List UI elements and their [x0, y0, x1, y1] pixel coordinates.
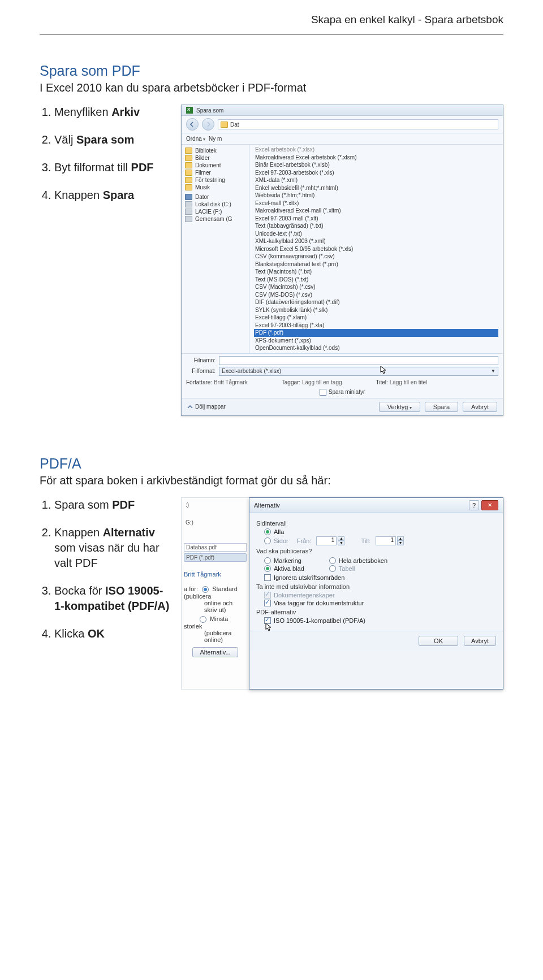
format-item[interactable]: Excel-arbetsbok (*.xlsx) [254, 146, 498, 154]
back-button[interactable] [186, 118, 199, 131]
format-item-selected[interactable]: PDF (*.pdf) [254, 329, 498, 337]
nav-row: Dat [182, 116, 503, 133]
step-item: Knappen Alternativ som visas när du har … [54, 525, 170, 571]
folder-icon [185, 184, 192, 190]
steps-list: Menyfliken Arkiv Välj Spara som Byt filf… [40, 105, 170, 203]
format-item[interactable]: CSV (Macintosh) (*.csv) [254, 283, 498, 291]
location-text: Dat [230, 122, 239, 128]
bg-author: Britt Tågmark [184, 571, 247, 578]
drive-icon [185, 201, 192, 207]
format-item[interactable]: XML-kalkylblad 2003 (*.xml) [254, 237, 498, 245]
step-item: Menyfliken Arkiv [54, 105, 170, 120]
radio-min-size[interactable] [200, 616, 206, 623]
format-item[interactable]: CSV (MS-DOS) (*.csv) [254, 291, 498, 299]
section-intro: För att spara boken i arkivbeständigt fo… [40, 474, 503, 487]
format-item[interactable]: Blankstegsformaterad text (*.prn) [254, 261, 498, 268]
radio-standard[interactable] [202, 586, 209, 593]
radio-pages-label: Sidor [274, 537, 288, 544]
format-item[interactable]: Excel 97-2003-tillägg (*.xla) [254, 322, 498, 329]
organize-button[interactable]: Ordna [186, 136, 205, 142]
cursor-icon [380, 366, 387, 375]
format-item[interactable]: Webbsida (*.htm;*.html) [254, 192, 498, 200]
format-item[interactable]: OpenDocument-kalkylblad (*.ods) [254, 344, 498, 352]
format-item[interactable]: CSV (kommaavgränsad) (*.csv) [254, 253, 498, 261]
chk-ignore-print-areas[interactable] [264, 574, 271, 581]
step-item: Spara som PDF [54, 497, 170, 513]
help-button[interactable]: ? [469, 500, 479, 510]
from-spinner[interactable]: 1 ▲▼ [316, 536, 344, 545]
group-nonprint: Ta inte med utskrivbar information [256, 583, 496, 590]
excel-icon [186, 107, 193, 114]
format-item[interactable]: Excel-mall (*.xltx) [254, 200, 498, 207]
section-pdfa: PDF/A För att spara boken i arkivbeständ… [40, 456, 503, 690]
format-item[interactable]: DIF (dataöverföringsformat) (*.dif) [254, 298, 498, 306]
alternativ-dialog: Alternativ ? ✕ Sidintervall Alla [249, 497, 503, 690]
group-publish: Vad ska publiceras? [256, 548, 496, 554]
format-item[interactable]: Excel 97-2003-mall (*.xlt) [254, 215, 498, 223]
to-spinner[interactable]: 1 ▲▼ [376, 536, 404, 545]
sidebar-tree[interactable]: Bibliotek Bilder Dokument Filmer För tes… [182, 145, 249, 353]
close-button[interactable]: ✕ [481, 500, 498, 510]
top-rule [40, 34, 503, 34]
format-item[interactable]: Excel-tillägg (*.xlam) [254, 314, 498, 322]
filename-input[interactable] [219, 356, 498, 365]
format-item[interactable]: Binär Excel-arbetsbok (*.xlsb) [254, 161, 498, 169]
steps-column: Spara som PDF Knappen Alternativ som vis… [40, 497, 170, 654]
radio-selection[interactable] [264, 557, 271, 564]
format-item[interactable]: Text (Macintosh) (*.txt) [254, 268, 498, 276]
dialog-titlebar: Spara som [182, 105, 503, 116]
dialog-footer: Dölj mappar Verktyg Spara Avbryt [182, 398, 503, 415]
format-item[interactable]: Makroaktiverad Excel-arbetsbok (*.xlsm) [254, 154, 498, 162]
sidebar-item: Dator [183, 193, 248, 201]
cancel-button[interactable]: Avbryt [463, 402, 497, 412]
folder-icon [185, 162, 192, 168]
format-dropdown-list[interactable]: Excel-arbetsbok (*.xlsx) Makroaktiverad … [249, 145, 503, 353]
meta-row: Författare: Britt Tågmark Taggar: Lägg t… [182, 378, 503, 387]
step-item: Byt filformat till PDF [54, 160, 170, 175]
ok-button[interactable]: OK [419, 636, 458, 646]
format-item[interactable]: SYLK (symbolisk länk) (*.slk) [254, 306, 498, 314]
drive-icon [185, 209, 192, 215]
forward-button[interactable] [202, 118, 214, 131]
tools-button[interactable]: Verktyg [379, 402, 420, 412]
format-item[interactable]: XPS-dokument (*.xps) [254, 337, 498, 345]
alternativ-footer: OK Avbryt [249, 631, 503, 651]
format-item[interactable]: Microsoft Excel 5.0/95 arbetsbok (*.xls) [254, 245, 498, 253]
hide-folders-button[interactable]: Dölj mappar [187, 404, 226, 410]
document-page: Skapa en enkel kalkyl - Spara arbetsbok … [0, 0, 543, 980]
drive-icon [185, 216, 192, 222]
thumbnail-checkbox[interactable] [320, 389, 326, 396]
thumbnail-checkbox-row: Spara miniatyr [182, 387, 503, 398]
folder-icon [185, 177, 192, 183]
radio-table[interactable] [329, 565, 336, 572]
fileformat-label: Filformat: [186, 368, 216, 374]
cancel-button[interactable]: Avbryt [464, 636, 496, 646]
sidebar-item: Dokument [183, 162, 248, 169]
save-button[interactable]: Spara [425, 402, 458, 412]
chk-show-tags[interactable] [264, 600, 271, 606]
format-item[interactable]: Text (tabbavgränsad) (*.txt) [254, 222, 498, 230]
bg-format-selected: PDF (*.pdf) [184, 553, 247, 562]
radio-whole-workbook[interactable] [329, 557, 336, 564]
steps-list: Spara som PDF Knappen Alternativ som vis… [40, 497, 170, 641]
chevron-down-icon: ▼ [491, 368, 495, 374]
alternativ-titlebar: Alternativ ? ✕ [249, 498, 503, 513]
radio-active-sheets[interactable] [264, 565, 271, 572]
radio-all[interactable] [264, 528, 271, 535]
alternativ-button[interactable]: Alternativ... [192, 647, 238, 657]
new-folder-button[interactable]: Ny m [209, 136, 222, 142]
section-title: PDF/A [40, 456, 503, 472]
fileformat-value: Excel-arbetsbok (*.xlsx) [222, 368, 281, 374]
format-item[interactable]: Excel 97-2003-arbetsbok (*.xls) [254, 169, 498, 177]
format-item[interactable]: XML-data (*.xml) [254, 176, 498, 184]
format-item[interactable]: Unicode-text (*.txt) [254, 230, 498, 238]
location-bar[interactable]: Dat [218, 119, 498, 129]
fileformat-dropdown[interactable]: Excel-arbetsbok (*.xlsx) ▼ [219, 367, 498, 376]
format-item[interactable]: Enkel webbsidefil (*.mht;*.mhtml) [254, 184, 498, 192]
folder-icon [185, 155, 192, 161]
format-item[interactable]: Makroaktiverad Excel-mall (*.xltm) [254, 207, 498, 215]
format-item[interactable]: Text (MS-DOS) (*.txt) [254, 276, 498, 284]
radio-pages[interactable] [264, 537, 271, 544]
section-title: Spara som PDF [40, 63, 503, 79]
sidebar-item: Gemensam (G [183, 215, 248, 223]
